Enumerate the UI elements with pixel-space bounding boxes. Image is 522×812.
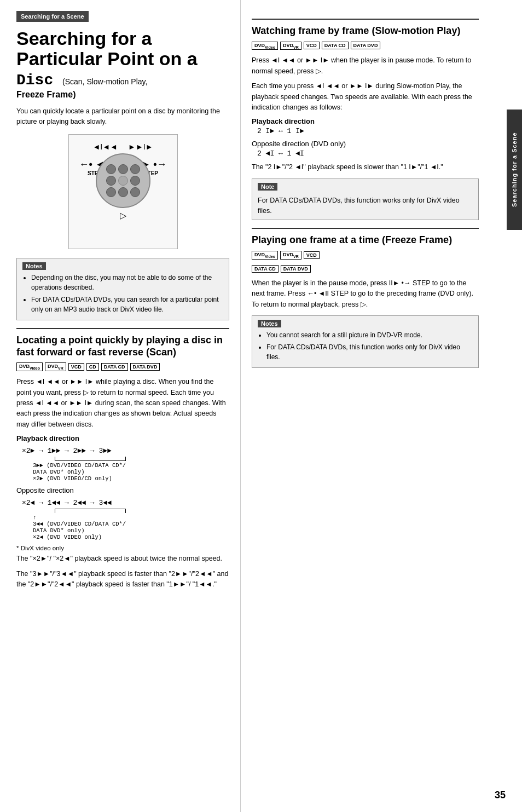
divider-1: [16, 328, 229, 329]
section3-notes-box: Notes You cannot search for a still pict…: [252, 315, 479, 368]
section2-title: Watching frame by frame (Slow-motion Pla…: [252, 25, 479, 37]
page-number: 35: [495, 790, 506, 801]
badge-datacd: DATA CD: [101, 363, 128, 371]
freeze-label: Freeze Frame): [16, 90, 229, 100]
badge3-dvdvr: DVDVR: [280, 251, 301, 260]
section3-notes-title: Notes: [258, 320, 281, 327]
badge3-datacd: DATA CD: [252, 265, 279, 273]
badge2-datadvd: DATA DVD: [351, 42, 381, 49]
playback-dir-label: Playback direction: [16, 434, 229, 442]
notes-list-main: Depending on the disc, you may not be ab…: [22, 273, 223, 314]
badge2-datacd: DATA CD: [322, 42, 349, 49]
badge3-datadvd: DATA DVD: [281, 265, 311, 273]
section2-badges: DVDVideo DVDVR VCD DATA CD DATA DVD: [252, 42, 479, 50]
caption2: DATA DVD* only): [33, 469, 85, 475]
section3-notes-list: You cannot search for a still picture in…: [258, 330, 473, 362]
section2-body2: Each time you press ◄I ◄◄ or ►► I► durin…: [252, 81, 479, 113]
badge3-dvdvideo: DVDVideo: [252, 251, 278, 260]
caption1: 3►► (DVD/VIDEO CD/DATA CD*/: [33, 462, 126, 469]
remote-diagram: ←• ◄II STEP II► •→ STEP ◄I◄◄ ►►I►: [68, 134, 178, 249]
notes-title: Notes: [22, 262, 46, 270]
remote-inner: ←• ◄II STEP II► •→ STEP ◄I◄◄ ►►I►: [79, 142, 167, 241]
section1-body1: Press ◄I ◄◄ or ►► I► while playing a dis…: [16, 377, 229, 430]
caption5: DATA DVD* only): [33, 527, 85, 534]
caption4: 3◄◄ (DVD/VIDEO CD/DATA CD*/: [33, 521, 126, 527]
section2-opposite-label: Opposite direction (DVD only): [252, 140, 479, 148]
section3-badges-line2: DATA CD DATA DVD: [252, 265, 479, 273]
page-container: Searching for a Scene Searching for a Sc…: [0, 0, 522, 812]
title-line1: Searching for a: [16, 28, 152, 49]
badge2-dvdvideo: DVDVideo: [252, 42, 278, 50]
playback-diagram-reverse: ×2◄ → 1◄◄ → 2◄◄ → 3◄◄ ↑ 3◄◄ (DVD/VIDEO C…: [16, 499, 229, 540]
section3-body: When the player is in the pause mode, pr…: [252, 278, 479, 310]
section2-opposite-formula: 2 ◄I ↔ 1 ◄I: [257, 149, 479, 158]
section2-speed-note: The "2 I►"/"2 ◄I" playback speed is slow…: [252, 162, 479, 172]
badge3-vcd: VCD: [304, 251, 320, 259]
speed-note1: The "×2►"/ "×2◄" playback speed is about…: [16, 554, 229, 564]
section3-badges-line1: DVDVideo DVDVR VCD: [252, 251, 479, 260]
asterisk-note: * DivX video only: [16, 545, 229, 551]
section1-badges: DVDVideo DVDVR VCD CD DATA CD DATA DVD: [16, 362, 229, 371]
playback-diagram-forward: ×2► → 1►► → 2►► → 3►► 3►► (DVD/VIDEO CD/…: [16, 447, 229, 482]
main-title: Searching for a Particular Point on a: [16, 28, 229, 70]
section2-note-title: Note: [258, 183, 277, 191]
opposite-dir-label: Opposite direction: [16, 486, 229, 494]
side-tab-label: Searching for a Scene: [511, 133, 518, 208]
section2-playback-label: Playback direction: [252, 117, 479, 125]
section3-title-row: Playing one frame at a time (Freeze Fram…: [252, 234, 479, 246]
badge-vcd: VCD: [68, 363, 84, 371]
caption3: ×2► (DVD VIDEO/CD only): [33, 475, 112, 482]
right-column: Watching frame by frame (Slow-motion Pla…: [241, 0, 503, 812]
divider-right-2: [252, 228, 479, 229]
note-item-1: Depending on the disc, you may not be ab…: [31, 273, 223, 292]
remote-body: ◄I◄◄ ►►I►: [93, 142, 153, 221]
left-column: Searching for a Scene Searching for a Pa…: [0, 0, 241, 812]
badge2-dvdvr: DVDVR: [280, 42, 301, 50]
notes-box-main: Notes Depending on the disc, you may not…: [16, 258, 229, 320]
badge2-vcd: VCD: [304, 42, 320, 49]
section2-body1: Press ◄I ◄◄ or ►► I► when the player is …: [252, 55, 479, 77]
note-item-2: For DATA CDs/DATA DVDs, you can search f…: [31, 295, 223, 314]
badge-datadvd: DATA DVD: [130, 363, 160, 371]
title-line2: Particular Point on a: [16, 48, 198, 69]
section2-playback-formula: 2 I► ↔ 1 I►: [257, 127, 479, 135]
side-tab: Searching for a Scene: [507, 110, 522, 230]
disc-word: Disc (Scan, Slow-motion Play,: [16, 72, 229, 89]
caption6: ×2◄ (DVD VIDEO only): [33, 534, 102, 540]
section3-title: Playing one frame at a time (Freeze Fram…: [252, 234, 452, 246]
divider-right-1: [252, 19, 479, 20]
intro-text: You can quickly locate a particular poin…: [16, 106, 229, 127]
section2-note-body: For DATA CDs/DATA DVDs, this function wo…: [258, 195, 473, 217]
badge-dvdvr: DVDVR: [45, 362, 66, 371]
section3-note-item-2: For DATA CDs/DATA DVDs, this function wo…: [266, 342, 473, 362]
section2-note-box: Note For DATA CDs/DATA DVDs, this functi…: [252, 178, 479, 221]
playback-formula-forward: ×2► → 1►► → 2►► → 3►►: [22, 447, 229, 455]
badge-cd: CD: [86, 363, 99, 371]
section1-title: Locating a point quickly by playing a di…: [16, 335, 229, 358]
breadcrumb: Searching for a Scene: [16, 11, 89, 22]
badge-dvdvideo: DVDVideo: [16, 362, 43, 371]
speed-note2: The "3►►"/"3◄◄" playback speed is faster…: [16, 569, 229, 590]
section3-note-item-1: You cannot search for a still picture in…: [266, 330, 473, 340]
playback-formula-reverse: ×2◄ → 1◄◄ → 2◄◄ → 3◄◄: [22, 499, 229, 507]
